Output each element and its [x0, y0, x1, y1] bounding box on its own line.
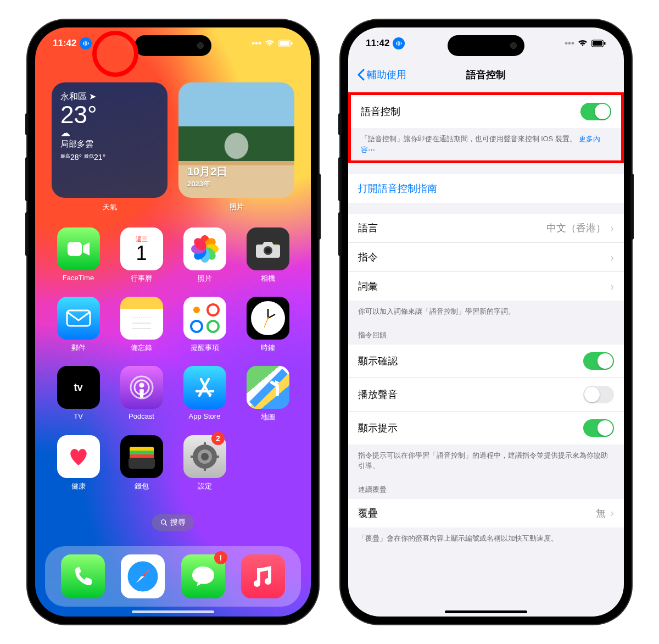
- svg-line-39: [165, 524, 167, 525]
- svg-point-21: [139, 383, 144, 388]
- music-icon: [241, 554, 285, 598]
- app-clock[interactable]: 時鐘: [241, 297, 294, 353]
- app-appstore[interactable]: App Store: [178, 366, 231, 422]
- overlay-value: 無: [596, 507, 606, 520]
- app-mail[interactable]: 郵件: [52, 297, 105, 353]
- app-photos[interactable]: 照片: [178, 227, 231, 284]
- voice-control-footer: 「語音控制」讓你即使在通話期間，也可使用聲音來控制 iOS 裝置。 更多內容⋯: [351, 128, 621, 160]
- show-hints-toggle[interactable]: [583, 419, 614, 437]
- voice-control-indicator-icon[interactable]: [80, 37, 92, 49]
- app-tv[interactable]: tv TV: [52, 366, 105, 422]
- dock: !: [45, 546, 301, 607]
- svg-rect-48: [604, 42, 606, 45]
- iphone-home: 11:42 ••• 永和區 ➤ 23° ☁︎ 局部多雲 最高28° 最低21°: [27, 20, 319, 624]
- home-indicator[interactable]: [132, 610, 214, 613]
- reminders-icon: [183, 297, 226, 340]
- svg-rect-11: [67, 310, 90, 326]
- vocab-footer: 你可以加入詞條來讓「語音控制」學習新的字詞。: [348, 301, 624, 317]
- app-wallet[interactable]: 錢包: [115, 435, 168, 491]
- app-phone[interactable]: [61, 554, 105, 598]
- podcast-icon: [120, 366, 163, 409]
- app-health[interactable]: 健康: [52, 435, 105, 491]
- chevron-right-icon: ›: [610, 251, 614, 264]
- wallet-icon: [120, 435, 163, 478]
- chevron-right-icon: ›: [610, 222, 614, 235]
- clock-icon: [247, 297, 289, 340]
- photos-widget-label: 照片: [178, 202, 294, 212]
- hints-footer: 指令提示可以在你學習「語音控制」的過程中，建議指令並提供提示來為你協助引導。: [348, 445, 624, 471]
- svg-rect-35: [204, 467, 206, 471]
- weather-condition: 局部多雲: [60, 139, 159, 149]
- annotation-box: 語音控制 「語音控制」讓你即使在通話期間，也可使用聲音來控制 iOS 裝置。 更…: [348, 92, 624, 163]
- app-camera[interactable]: 相機: [241, 227, 294, 284]
- search-icon: [161, 519, 167, 526]
- app-maps[interactable]: 地圖: [241, 366, 294, 422]
- status-time: 11:42: [366, 38, 389, 49]
- page-title: 語音控制: [466, 68, 506, 81]
- voice-control-indicator-icon[interactable]: [393, 37, 405, 49]
- svg-rect-6: [291, 42, 293, 45]
- svg-rect-47: [593, 41, 602, 46]
- app-settings[interactable]: 2 設定: [178, 435, 231, 491]
- voice-control-toggle-cell[interactable]: 語音控制: [351, 95, 621, 128]
- app-music[interactable]: [241, 554, 285, 598]
- status-bar: 11:42 •••: [348, 37, 624, 49]
- camera-icon: [247, 227, 289, 270]
- home-indicator[interactable]: [445, 610, 527, 613]
- photos-icon: [183, 227, 226, 270]
- weather-hilo: 最高28° 最低21°: [60, 153, 159, 162]
- overlay-footer: 「覆疊」會在你的螢幕內容上顯示編號或名稱以加快互動速度。: [348, 528, 624, 544]
- phone-icon: [61, 554, 105, 598]
- svg-point-9: [265, 248, 271, 253]
- show-hints-cell[interactable]: 顯示提示: [348, 412, 624, 445]
- svg-line-17: [264, 318, 268, 327]
- app-safari[interactable]: [121, 554, 165, 598]
- cellular-icon: •••: [252, 38, 261, 49]
- safari-icon: [121, 554, 165, 598]
- app-podcast[interactable]: Podcast: [115, 366, 168, 422]
- commands-cell[interactable]: 指令 ›: [348, 243, 624, 272]
- health-icon: [57, 435, 100, 478]
- overlay-cell[interactable]: 覆疊 無 ›: [348, 499, 624, 528]
- svg-point-10: [276, 245, 277, 246]
- notes-icon: [120, 297, 163, 340]
- show-confirm-toggle[interactable]: [583, 352, 614, 370]
- tv-icon: tv: [57, 366, 100, 409]
- voice-control-toggle[interactable]: [580, 103, 611, 120]
- weather-widget-label: 天氣: [52, 202, 167, 212]
- facetime-icon: [57, 227, 100, 270]
- app-reminders[interactable]: 提醒事項: [178, 297, 231, 353]
- search-button[interactable]: 搜尋: [152, 514, 194, 531]
- weather-widget[interactable]: 永和區 ➤ 23° ☁︎ 局部多雲 最高28° 最低21° 天氣: [52, 82, 167, 198]
- language-cell[interactable]: 語言 中文（香港） ›: [348, 214, 624, 243]
- settings-badge: 2: [211, 432, 225, 445]
- play-sound-cell[interactable]: 播放聲音: [348, 378, 624, 412]
- app-calendar[interactable]: 週三 1 行事曆: [115, 227, 168, 284]
- back-button[interactable]: 輔助使用: [357, 68, 406, 81]
- svg-point-18: [267, 317, 269, 319]
- open-guide-cell[interactable]: 打開語音控制指南: [348, 174, 624, 203]
- cellular-icon: •••: [565, 38, 574, 49]
- app-facetime[interactable]: FaceTime: [52, 227, 105, 284]
- show-confirm-cell[interactable]: 顯示確認: [348, 345, 624, 378]
- play-sound-toggle[interactable]: [583, 386, 614, 403]
- app-messages[interactable]: !: [181, 554, 225, 598]
- feedback-header: 指令回饋: [348, 317, 624, 345]
- language-value: 中文（香港）: [546, 221, 606, 235]
- annotation-circle: [92, 31, 138, 77]
- photos-widget[interactable]: 10月2日 2023年 照片: [178, 82, 294, 198]
- chevron-right-icon: ›: [610, 507, 614, 519]
- chevron-left-icon: [357, 69, 365, 81]
- nav-bar: 輔助使用 語音控制: [348, 63, 624, 87]
- weather-temp: 23°: [60, 103, 159, 127]
- overlay-header: 連續覆疊: [348, 471, 624, 499]
- calendar-icon: 週三 1: [120, 227, 163, 270]
- status-bar: 11:42 •••: [35, 37, 311, 49]
- weather-location: 永和區: [60, 92, 87, 101]
- svg-rect-36: [191, 456, 195, 458]
- battery-icon: [278, 40, 293, 47]
- photo-year: 2023年: [187, 179, 286, 189]
- svg-rect-37: [215, 456, 219, 458]
- vocabulary-cell[interactable]: 詞彙 ›: [348, 272, 624, 301]
- app-notes[interactable]: 備忘錄: [115, 297, 168, 353]
